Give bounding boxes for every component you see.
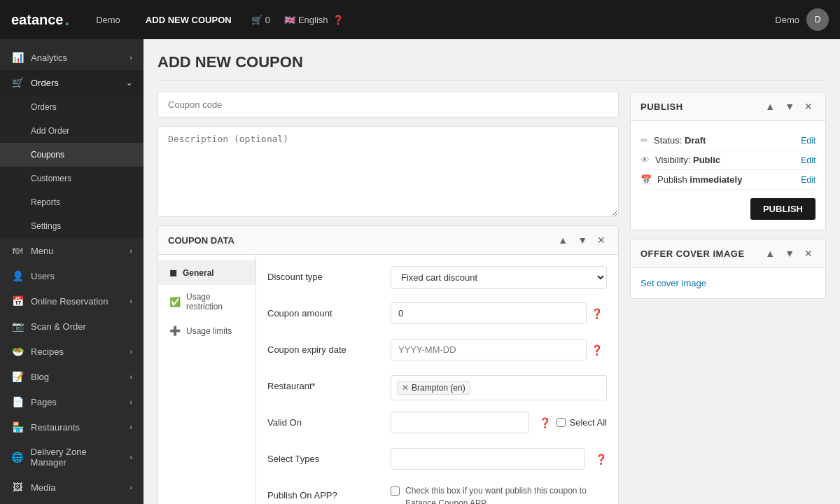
publish-app-row: Publish On APP? Check this box if you wa… [267, 484, 607, 504]
coupon-expiry-help-icon[interactable]: ❓ [591, 344, 603, 356]
visibility-edit-button[interactable]: Edit [801, 155, 816, 165]
offer-panel-down[interactable]: ▼ [782, 246, 797, 260]
coupon-amount-help-icon[interactable]: ❓ [591, 308, 603, 319]
sidebar-item-menu[interactable]: 🍽 Menu › [0, 238, 144, 263]
coupon-amount-input[interactable] [391, 302, 587, 324]
orders-icon: 🛒 [11, 77, 24, 88]
publish-panel-header: PUBLISH ▲ ▼ ✕ [631, 92, 825, 121]
sidebar-item-analytics[interactable]: 📊 Analytics › [0, 45, 144, 70]
sidebar-item-restaurants[interactable]: 🏪 Restaurants › [0, 414, 144, 440]
discount-type-control: Fixed cart discount Percentage discount … [391, 266, 607, 289]
select-all-checkbox[interactable] [556, 418, 566, 427]
coupon-form: Discount type Fixed cart discount Percen… [256, 255, 618, 504]
coupon-code-input[interactable] [158, 92, 619, 118]
media-icon: 🖼 [11, 482, 24, 493]
valid-on-help-icon[interactable]: ❓ [539, 417, 551, 428]
publish-panel-down[interactable]: ▼ [782, 99, 797, 113]
chevron-right-icon: › [130, 398, 132, 406]
tab-usage-restriction[interactable]: ✅ Usage restriction [158, 285, 255, 318]
set-cover-image-link[interactable]: Set cover image [640, 278, 706, 288]
sidebar-item-scan-order[interactable]: 📷 Scan & Order [0, 314, 144, 339]
user-avatar[interactable]: D [806, 8, 829, 31]
chevron-right-icon: › [130, 53, 132, 62]
sidebar-item-blog[interactable]: 📝 Blog › [0, 364, 144, 389]
sidebar-item-contact[interactable]: ✉ Contact › [0, 500, 144, 504]
orders-submenu: Orders Add Order Coupons Customers Repor… [0, 95, 144, 238]
publish-button[interactable]: PUBLISH [750, 198, 816, 220]
restriction-tab-icon: ✅ [169, 297, 181, 307]
coupon-amount-label: Coupon amount [267, 302, 379, 318]
discount-type-label: Discount type [267, 266, 379, 282]
publish-panel: PUBLISH ▲ ▼ ✕ ✏ Status: Draft [630, 92, 826, 230]
status-edit-button[interactable]: Edit [801, 136, 816, 146]
tab-usage-limits[interactable]: ➕ Usage limits [158, 318, 255, 343]
nav-cart[interactable]: 🛒 0 [251, 15, 270, 25]
sidebar-item-settings[interactable]: Settings [0, 214, 144, 238]
panel-close-button[interactable]: ✕ [594, 233, 608, 247]
description-input[interactable] [158, 126, 619, 217]
select-types-row: Select Types ❓ [267, 448, 607, 473]
restaurant-tag-remove[interactable]: ✕ [402, 383, 409, 393]
publish-app-label: Publish On APP? [267, 484, 379, 500]
users-icon: 👤 [11, 270, 24, 281]
nav-right: Demo D [775, 8, 829, 31]
sidebar-item-add-order[interactable]: Add Order [0, 119, 144, 143]
publish-panel-close[interactable]: ✕ [802, 99, 816, 113]
nav-language[interactable]: 🇬🇧 English ❓ [284, 15, 344, 25]
sidebar-item-online-reservation[interactable]: 📅 Online Reservation › [0, 288, 144, 314]
status-row: ✏ Status: Draft Edit [640, 131, 816, 150]
form-area: COUPON DATA ▲ ▼ ✕ ◼ General [158, 92, 619, 504]
sidebar-item-orders[interactable]: 🛒 Orders ⌄ [0, 70, 144, 95]
publish-body: ✏ Status: Draft Edit 👁 Visibility: Publi… [631, 121, 825, 230]
publish-app-text: Check this box if you want publish this … [405, 484, 607, 504]
panel-up-button[interactable]: ▲ [555, 233, 570, 247]
page-title: ADD NEW COUPON [158, 53, 826, 80]
restaurants-icon: 🏪 [11, 421, 24, 433]
panel-header-actions: ▲ ▼ ✕ [555, 233, 608, 247]
coupon-tabs: ◼ General ✅ Usage restriction ➕ Usage li… [158, 255, 256, 504]
offer-body: Set cover image [631, 268, 825, 298]
chevron-right-icon: › [130, 423, 132, 431]
coupon-expiry-input[interactable] [391, 339, 587, 360]
visibility-icon: 👁 [640, 155, 650, 165]
publish-time-edit-button[interactable]: Edit [801, 175, 816, 185]
sidebar-item-pages[interactable]: 📄 Pages › [0, 389, 144, 414]
sidebar-item-orders-list[interactable]: Orders [0, 95, 144, 119]
sidebar-item-recipes[interactable]: 🥗 Recipes › [0, 339, 144, 364]
sidebar-item-delivery-zone[interactable]: 🌐 Delivery Zone Manager › [0, 440, 144, 475]
coupon-data-header: COUPON DATA ▲ ▼ ✕ [158, 226, 618, 255]
select-types-input[interactable] [391, 448, 585, 470]
offer-panel-close[interactable]: ✕ [802, 246, 816, 260]
sidebar-item-coupons[interactable]: Coupons [0, 143, 144, 167]
general-tab-icon: ◼ [169, 267, 177, 278]
chevron-right-icon: › [130, 347, 132, 356]
coupon-expiry-label: Coupon expiry date [267, 339, 379, 355]
sidebar-item-customers[interactable]: Customers [0, 167, 144, 190]
logo: eatance. [11, 10, 69, 29]
chevron-down-icon: ⌄ [126, 78, 132, 88]
scan-icon: 📷 [11, 321, 24, 332]
publish-app-checkbox[interactable] [391, 486, 400, 496]
panel-down-button[interactable]: ▼ [575, 233, 590, 247]
restaurant-tag: ✕ Brampton (en) [397, 381, 470, 395]
restaurant-tag-input[interactable]: ✕ Brampton (en) [391, 375, 607, 400]
select-types-help-icon[interactable]: ❓ [595, 454, 607, 465]
nav-add-coupon[interactable]: ADD NEW COUPON [140, 12, 237, 28]
tab-general[interactable]: ◼ General [158, 260, 255, 285]
offer-panel-up[interactable]: ▲ [762, 246, 778, 260]
analytics-icon: 📊 [11, 52, 24, 63]
sidebar-item-reports[interactable]: Reports [0, 190, 144, 214]
visibility-row: 👁 Visibility: Public Edit [640, 150, 816, 170]
right-panels: PUBLISH ▲ ▼ ✕ ✏ Status: Draft [630, 92, 826, 504]
calendar-icon: 📅 [640, 174, 652, 185]
chevron-right-icon: › [130, 453, 132, 461]
limits-tab-icon: ➕ [169, 326, 181, 336]
discount-type-select[interactable]: Fixed cart discount Percentage discount … [391, 266, 607, 289]
publish-panel-up[interactable]: ▲ [762, 99, 778, 113]
coupon-expiry-row: Coupon expiry date ❓ [267, 339, 607, 364]
offer-cover-header: OFFER COVER IMAGE ▲ ▼ ✕ [631, 239, 825, 268]
sidebar-item-users[interactable]: 👤 Users [0, 263, 144, 288]
sidebar-item-media[interactable]: 🖼 Media › [0, 475, 144, 500]
nav-demo[interactable]: Demo [90, 12, 126, 28]
valid-on-input[interactable] [391, 412, 529, 433]
